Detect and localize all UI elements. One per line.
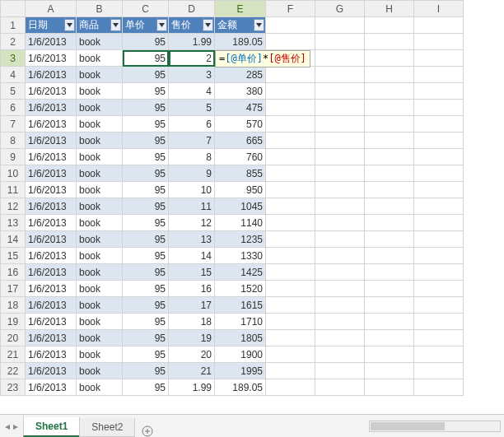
- cell-H10[interactable]: [365, 165, 414, 182]
- column-header-D[interactable]: D: [169, 1, 215, 17]
- row-header-17[interactable]: 17: [1, 281, 26, 297]
- cell-A23[interactable]: 1/6/2013: [26, 379, 77, 396]
- cell-E7[interactable]: 570: [215, 116, 266, 132]
- filter-dropdown-icon[interactable]: [254, 19, 264, 31]
- cell-H13[interactable]: [365, 215, 414, 231]
- cell-B17[interactable]: book: [77, 281, 123, 297]
- cell-A5[interactable]: 1/6/2013: [26, 83, 77, 100]
- cell-B11[interactable]: book: [77, 182, 123, 198]
- row-header-2[interactable]: 2: [1, 34, 26, 50]
- table-header-A[interactable]: 日期: [26, 17, 77, 34]
- worksheet-grid[interactable]: ABCDEFGHI1日期商品单价售价金额21/6/2013book951.991…: [0, 0, 504, 414]
- cell-E16[interactable]: 1425: [215, 264, 266, 281]
- cell-F10[interactable]: [266, 165, 315, 182]
- cell-F19[interactable]: [266, 314, 315, 330]
- cell-A11[interactable]: 1/6/2013: [26, 182, 77, 198]
- cell-C2[interactable]: 95: [123, 34, 169, 50]
- cell-I22[interactable]: [414, 363, 464, 379]
- cell-D9[interactable]: 8: [169, 149, 215, 165]
- cell-D4[interactable]: 3: [169, 67, 215, 83]
- cell-E2[interactable]: 189.05: [215, 34, 266, 50]
- cell-A9[interactable]: 1/6/2013: [26, 149, 77, 165]
- cell-I3[interactable]: [414, 50, 464, 67]
- cell-E4[interactable]: 285: [215, 67, 266, 83]
- cell-H16[interactable]: [365, 264, 414, 281]
- cell-F13[interactable]: [266, 215, 315, 231]
- cell-E11[interactable]: 950: [215, 182, 266, 198]
- cell-E9[interactable]: 760: [215, 149, 266, 165]
- cell-D6[interactable]: 5: [169, 100, 215, 116]
- cell-G8[interactable]: [315, 132, 365, 149]
- row-header-1[interactable]: 1: [1, 17, 26, 34]
- column-header-H[interactable]: H: [365, 1, 414, 17]
- column-header-B[interactable]: B: [77, 1, 123, 17]
- cell-B18[interactable]: book: [77, 297, 123, 314]
- cell-B7[interactable]: book: [77, 116, 123, 132]
- filter-dropdown-icon[interactable]: [203, 19, 213, 31]
- cell-F15[interactable]: [266, 248, 315, 264]
- cell-A15[interactable]: 1/6/2013: [26, 248, 77, 264]
- cell-D5[interactable]: 4: [169, 83, 215, 100]
- cell-E3[interactable]: =[@单价]*[@售价]: [215, 50, 266, 67]
- cell-E8[interactable]: 665: [215, 132, 266, 149]
- cell-I8[interactable]: [414, 132, 464, 149]
- cell-H11[interactable]: [365, 182, 414, 198]
- cell-I6[interactable]: [414, 100, 464, 116]
- cell-C11[interactable]: 95: [123, 182, 169, 198]
- cell-F5[interactable]: [266, 83, 315, 100]
- cell-E21[interactable]: 1900: [215, 346, 266, 363]
- cell-A7[interactable]: 1/6/2013: [26, 116, 77, 132]
- cell-A18[interactable]: 1/6/2013: [26, 297, 77, 314]
- cell-C16[interactable]: 95: [123, 264, 169, 281]
- cell-F12[interactable]: [266, 198, 315, 215]
- cell-D23[interactable]: 1.99: [169, 379, 215, 396]
- row-header-19[interactable]: 19: [1, 314, 26, 330]
- cell-C6[interactable]: 95: [123, 100, 169, 116]
- row-header-4[interactable]: 4: [1, 67, 26, 83]
- cell-H17[interactable]: [365, 281, 414, 297]
- cell-D21[interactable]: 20: [169, 346, 215, 363]
- cell-G23[interactable]: [315, 379, 365, 396]
- cell-E13[interactable]: 1140: [215, 215, 266, 231]
- cell-B12[interactable]: book: [77, 198, 123, 215]
- add-sheet-button[interactable]: [135, 425, 160, 437]
- cell-I7[interactable]: [414, 116, 464, 132]
- cell-A19[interactable]: 1/6/2013: [26, 314, 77, 330]
- cell-G7[interactable]: [315, 116, 365, 132]
- cell-E6[interactable]: 475: [215, 100, 266, 116]
- cell-F22[interactable]: [266, 363, 315, 379]
- cell-D3[interactable]: 2: [169, 50, 215, 67]
- cell-I14[interactable]: [414, 231, 464, 248]
- cell-C3[interactable]: 95: [123, 50, 169, 67]
- cell-B10[interactable]: book: [77, 165, 123, 182]
- cell-C19[interactable]: 95: [123, 314, 169, 330]
- row-header-21[interactable]: 21: [1, 346, 26, 363]
- cell-B3[interactable]: book: [77, 50, 123, 67]
- row-header-8[interactable]: 8: [1, 132, 26, 149]
- cell-E10[interactable]: 855: [215, 165, 266, 182]
- cell-D20[interactable]: 19: [169, 330, 215, 346]
- cell-E5[interactable]: 380: [215, 83, 266, 100]
- cell-G16[interactable]: [315, 264, 365, 281]
- cell-G11[interactable]: [315, 182, 365, 198]
- cell-G4[interactable]: [315, 67, 365, 83]
- cell-A13[interactable]: 1/6/2013: [26, 215, 77, 231]
- cell-I4[interactable]: [414, 67, 464, 83]
- row-header-5[interactable]: 5: [1, 83, 26, 100]
- cell-A4[interactable]: 1/6/2013: [26, 67, 77, 83]
- cell-B5[interactable]: book: [77, 83, 123, 100]
- cell-F23[interactable]: [266, 379, 315, 396]
- cell-G5[interactable]: [315, 83, 365, 100]
- cell-D22[interactable]: 21: [169, 363, 215, 379]
- cell-F6[interactable]: [266, 100, 315, 116]
- row-header-15[interactable]: 15: [1, 248, 26, 264]
- cell-E12[interactable]: 1045: [215, 198, 266, 215]
- cell-G14[interactable]: [315, 231, 365, 248]
- cell-E20[interactable]: 1805: [215, 330, 266, 346]
- cell-H20[interactable]: [365, 330, 414, 346]
- cell-E22[interactable]: 1995: [215, 363, 266, 379]
- row-header-12[interactable]: 12: [1, 198, 26, 215]
- cell-G15[interactable]: [315, 248, 365, 264]
- cell-E23[interactable]: 189.05: [215, 379, 266, 396]
- cell-A3[interactable]: 1/6/2013: [26, 50, 77, 67]
